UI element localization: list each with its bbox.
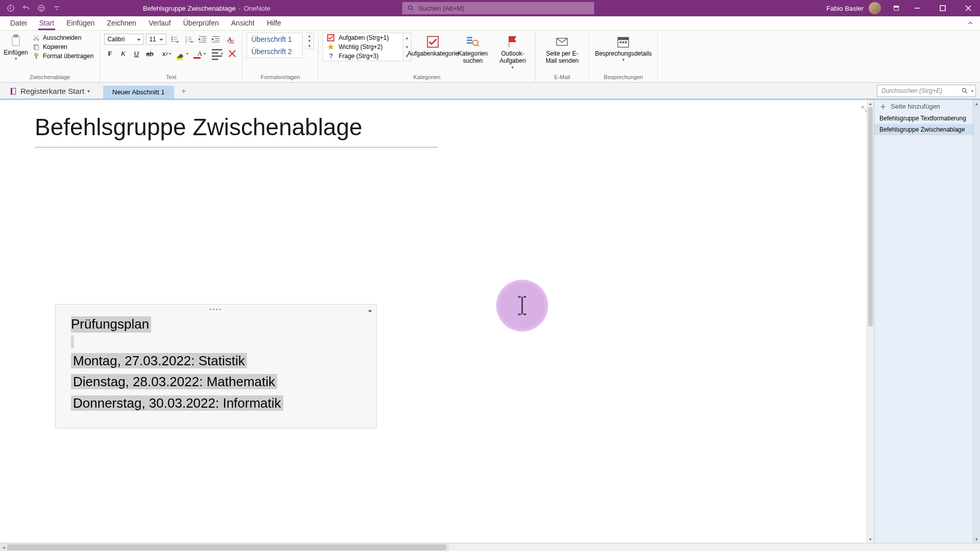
underline-button[interactable]: U [131, 48, 142, 59]
maximize-button[interactable] [931, 0, 954, 16]
style-heading1[interactable]: Überschrift 1 [247, 33, 302, 45]
collapse-ribbon-button[interactable] [967, 19, 974, 29]
decrease-indent-button[interactable] [197, 34, 208, 45]
tab-ansicht[interactable]: Ansicht [225, 17, 261, 30]
page-item-0[interactable]: Befehlsgruppe Textformatierung [874, 113, 980, 124]
tell-me-input[interactable] [419, 5, 589, 12]
tell-me-search[interactable] [402, 2, 594, 14]
group-label-meetings: Besprechungen [593, 73, 653, 81]
clear-format-button[interactable]: A⌫ [224, 34, 235, 45]
svg-rect-6 [894, 6, 898, 7]
undo-button[interactable] [20, 3, 32, 14]
tags-scroll-up[interactable]: ▴ [403, 33, 411, 42]
find-tags-button[interactable]: Kategorien suchen [454, 33, 491, 67]
delete-button[interactable] [227, 48, 238, 59]
canvas-vertical-scrollbar[interactable]: ▴ ▾ [867, 100, 874, 543]
page-search-button[interactable] [959, 85, 970, 96]
qat-customize-button[interactable] [51, 3, 62, 14]
increase-indent-button[interactable] [210, 34, 222, 45]
chevron-down-icon: ▾ [622, 57, 625, 63]
avatar[interactable] [869, 2, 881, 14]
font-size-combo[interactable]: 11 [146, 34, 166, 45]
bold-button[interactable]: F [104, 48, 115, 59]
nav-back-button[interactable] [5, 3, 16, 14]
tab-ueberpruefen[interactable]: Überprüfen [177, 17, 225, 30]
scroll-down-button[interactable]: ▾ [867, 536, 874, 543]
font-color-button[interactable]: A [192, 48, 207, 59]
tab-hilfe[interactable]: Hilfe [261, 17, 287, 30]
numbering-button[interactable]: 123 [183, 34, 195, 45]
page-canvas[interactable]: Befehlsgruppe Zwischenablage •••• ◂▸ Prü… [0, 100, 874, 543]
strikethrough-button[interactable]: ab [144, 48, 155, 59]
pagelist-scrollbar[interactable]: ▴ ▾ [973, 100, 980, 543]
svg-point-3 [42, 7, 42, 8]
hscroll-left[interactable]: ◂ [0, 543, 7, 551]
chevron-down-icon: ▾ [15, 56, 17, 61]
task-category-button[interactable]: Aufgabenkategorie [414, 33, 451, 59]
page-title[interactable]: Befehlsgruppe Zwischenablage [35, 113, 438, 147]
container-drag-handle[interactable]: •••• [209, 307, 223, 312]
tag-question[interactable]: ?Frage (Strg+3) [323, 52, 403, 61]
bullets-button[interactable] [168, 34, 181, 45]
svg-point-16 [172, 37, 173, 38]
group-text: Calibri 11 123 A⌫ F K U ab x2 A Text [100, 31, 242, 82]
scroll-up-button[interactable]: ▴ [867, 100, 874, 107]
note-line-2[interactable]: Dienstag, 28.03.2022: Mathematik [71, 374, 277, 389]
page-title-area[interactable]: Befehlsgruppe Zwischenablage [35, 113, 438, 147]
search-scope-dropdown[interactable]: ▾ [971, 89, 973, 93]
subscript-button[interactable]: x2 [157, 48, 173, 59]
section-tab[interactable]: Neuer Abschnitt 1 [103, 86, 174, 98]
note-line-1[interactable]: Montag, 27.03.2022: Statistik [71, 353, 247, 368]
touch-mode-button[interactable] [36, 3, 47, 14]
highlight-button[interactable] [175, 48, 190, 59]
close-button[interactable] [957, 0, 980, 16]
container-resize-handle[interactable]: ◂▸ [368, 308, 371, 313]
style-heading2[interactable]: Überschrift 2 [247, 45, 302, 58]
paste-button[interactable]: Einfügen ▾ [4, 33, 28, 61]
tab-start[interactable]: Start [33, 17, 61, 30]
italic-button[interactable]: K [117, 48, 129, 59]
hscroll-thumb[interactable] [7, 544, 446, 550]
copy-button[interactable]: Kopieren [31, 43, 95, 51]
brush-icon [33, 53, 40, 60]
add-section-button[interactable]: + [178, 86, 189, 97]
tag-important[interactable]: Wichtig (Strg+2) [323, 42, 403, 52]
pagelist-scroll-up[interactable]: ▴ [973, 100, 980, 107]
meeting-details-button[interactable]: Besprechungsdetails ▾ [593, 33, 653, 65]
styles-scroll-down[interactable]: ▾ [306, 38, 313, 43]
tab-einfuegen[interactable]: Einfügen [60, 17, 101, 30]
ribbon-display-button[interactable] [889, 1, 903, 15]
svg-rect-15 [36, 56, 37, 59]
note-blank-line[interactable] [71, 335, 361, 350]
outlook-tasks-button[interactable]: Outlook-Aufgaben ▾ [494, 33, 531, 72]
app-name: OneNote [244, 5, 271, 12]
tab-datei[interactable]: Datei [4, 17, 33, 30]
note-heading[interactable]: Prüfungsplan [71, 316, 151, 333]
note-line-3[interactable]: Donnerstag, 30.03.2022: Informatik [71, 395, 283, 411]
tag-task[interactable]: Aufgaben (Strg+1) [323, 33, 403, 42]
tab-zeichnen[interactable]: Zeichnen [101, 17, 143, 30]
page-search[interactable]: ▾ [877, 85, 976, 97]
styles-gallery[interactable]: Überschrift 1 Überschrift 2 [247, 33, 303, 58]
email-page-button[interactable]: Seite per E-Mail senden [540, 33, 584, 67]
note-container[interactable]: •••• ◂▸ Prüfungsplan Montag, 27.03.2022:… [55, 304, 377, 429]
styles-scroll-up[interactable]: ▴ [306, 33, 313, 38]
tags-gallery[interactable]: Aufgaben (Strg+1) Wichtig (Strg+2) ?Frag… [323, 33, 403, 61]
tab-verlauf[interactable]: Verlauf [142, 17, 177, 30]
page-search-input[interactable] [881, 87, 959, 94]
styles-expand[interactable]: ▾ [306, 43, 313, 48]
cut-button[interactable]: Ausschneiden [31, 34, 95, 42]
pagelist-scroll-down[interactable]: ▾ [973, 536, 980, 543]
minimize-button[interactable] [905, 0, 929, 16]
notebook-selector[interactable]: Registerkarte Start ▾ [3, 84, 96, 98]
scroll-thumb[interactable] [868, 107, 873, 327]
font-name-combo[interactable]: Calibri [104, 34, 144, 45]
user-name[interactable]: Fabio Basler [826, 5, 864, 12]
document-name: Befehlsgruppe Zwischenablage [143, 5, 235, 12]
add-page-button[interactable]: Seite hinzufügen [874, 100, 980, 113]
horizontal-scrollbar[interactable]: ◂ ▸ [0, 543, 449, 551]
svg-rect-9 [14, 35, 18, 37]
format-painter-button[interactable]: Format übertragen [31, 52, 95, 60]
align-button[interactable] [209, 48, 225, 59]
page-item-1[interactable]: Befehlsgruppe Zwischenablage [874, 124, 980, 135]
